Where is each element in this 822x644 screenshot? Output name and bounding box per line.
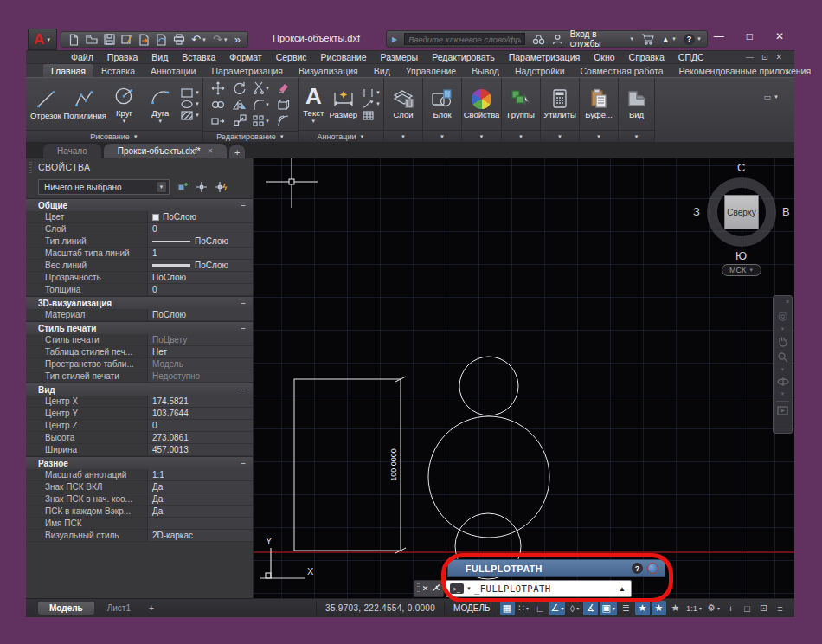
panel-footer-annotation[interactable]: Аннотации▼ bbox=[299, 130, 383, 142]
palette-grip[interactable] bbox=[29, 162, 32, 173]
menu-item[interactable]: Вид bbox=[144, 52, 175, 62]
circle-tool-button[interactable]: Круг ▼ bbox=[107, 85, 142, 124]
command-customize-icon[interactable] bbox=[431, 581, 440, 596]
ribbon-tab[interactable]: Вид bbox=[366, 64, 398, 77]
layout-tab[interactable]: Модель bbox=[38, 602, 94, 615]
customization-button[interactable]: ≡ bbox=[773, 601, 787, 615]
rectangle-tool-button[interactable]: ▼ bbox=[181, 88, 200, 98]
mirror-tool-button[interactable] bbox=[233, 99, 247, 111]
collapse-icon[interactable]: − bbox=[241, 385, 246, 395]
orbit-tool-icon[interactable] bbox=[777, 377, 789, 387]
viewcube-north[interactable]: С bbox=[737, 161, 745, 174]
rotate-tool-button[interactable] bbox=[233, 81, 247, 95]
menu-item[interactable]: Сервис bbox=[269, 52, 314, 62]
doc-restore-icon[interactable]: ⊡ bbox=[761, 53, 768, 61]
minimize-button[interactable]: — bbox=[714, 30, 724, 42]
property-row[interactable]: Пространство табли...Модель bbox=[26, 358, 253, 370]
etransmit-button[interactable] bbox=[156, 34, 167, 46]
view-button[interactable]: Вид bbox=[621, 88, 652, 119]
new-drawing-tab-button[interactable]: + bbox=[229, 145, 245, 158]
ellipse-tool-button[interactable]: ▼ bbox=[181, 100, 200, 109]
ribbon-tab[interactable]: Вывод bbox=[464, 64, 507, 77]
polar-tracking-toggle[interactable]: ∠ bbox=[549, 601, 566, 615]
block-button[interactable]: Блок bbox=[426, 88, 459, 119]
annotation-scale-sync-toggle[interactable]: ★ bbox=[668, 601, 683, 615]
ribbon-tab[interactable]: Визуализация bbox=[291, 64, 366, 77]
panel-footer-modify[interactable]: Редактирование▼ bbox=[203, 131, 298, 142]
pan-tool-icon[interactable] bbox=[777, 336, 788, 347]
close-tab-icon[interactable]: ✕ bbox=[208, 147, 214, 155]
clean-screen-button[interactable]: ⊡ bbox=[756, 601, 771, 615]
toggle-pickadd-button[interactable] bbox=[177, 181, 189, 193]
property-row[interactable]: Имя ПСК bbox=[26, 518, 253, 530]
properties-button[interactable]: Свойства bbox=[464, 89, 500, 119]
help-button[interactable]: ?▼ bbox=[684, 34, 702, 45]
panel-footer-block[interactable]: ▼ bbox=[423, 130, 461, 142]
text-tool-button[interactable]: А Текст ▼ bbox=[301, 85, 326, 124]
ribbon-tab[interactable]: Рекомендованные приложения bbox=[671, 64, 819, 77]
zoom-tool-icon[interactable] bbox=[777, 351, 788, 363]
isolate-objects-button[interactable]: □ bbox=[740, 601, 755, 615]
wcs-menu-button[interactable]: МСК▼ bbox=[722, 264, 761, 276]
collapse-icon[interactable]: − bbox=[241, 324, 246, 333]
property-row[interactable]: Центр X174.5821 bbox=[26, 396, 253, 408]
search-expand-icon[interactable]: ▶ bbox=[392, 35, 397, 43]
signin-button[interactable]: Вход в службы▼ bbox=[570, 29, 634, 48]
property-row[interactable]: Центр Y103.7644 bbox=[26, 408, 253, 420]
viewcube-face-top[interactable]: Сверху bbox=[724, 195, 759, 229]
property-row[interactable]: Толщина0 bbox=[26, 284, 253, 296]
section-header[interactable]: 3D-визуализация− bbox=[26, 296, 253, 309]
coordinates-readout[interactable]: 35.9703, 222.4554, 0.0000 bbox=[316, 602, 445, 615]
command-input-bar[interactable]: >_ ▼ _FULLPLOTPATH ▲ bbox=[446, 580, 632, 597]
property-row[interactable]: Визуальный стиль2D-каркас bbox=[26, 530, 253, 542]
section-header[interactable]: Стиль печати− bbox=[26, 321, 253, 334]
collapse-icon[interactable]: − bbox=[241, 201, 246, 210]
ribbon-tab[interactable]: Надстройки bbox=[507, 64, 573, 77]
ribbon-tab[interactable]: Главная bbox=[43, 64, 93, 77]
navbar-close-icon[interactable]: ✕ bbox=[785, 299, 790, 305]
leader-tool-button[interactable]: ▼ bbox=[363, 100, 381, 109]
command-suggestion-bar[interactable]: FULLPLOTPATH ? bbox=[447, 559, 665, 577]
user-icon[interactable] bbox=[552, 34, 563, 45]
utilities-button[interactable]: Утилиты bbox=[543, 88, 576, 119]
grid-mode-toggle[interactable]: ▦ bbox=[500, 601, 515, 615]
scale-tool-button[interactable] bbox=[234, 114, 247, 127]
hatch-tool-button[interactable]: ▼ bbox=[181, 111, 200, 120]
qat-more-button[interactable]: » bbox=[234, 34, 241, 45]
fillet-tool-button[interactable]: ▼ bbox=[253, 99, 270, 111]
move-tool-button[interactable] bbox=[211, 81, 225, 95]
property-row[interactable]: ЦветПоСлою bbox=[26, 211, 253, 223]
command-close-icon[interactable]: ✕ bbox=[422, 584, 429, 593]
search-input[interactable] bbox=[404, 33, 525, 45]
property-row[interactable]: Тип линийПоСлою bbox=[26, 235, 253, 248]
new-layout-button[interactable]: + bbox=[142, 602, 161, 615]
internet-search-icon[interactable] bbox=[647, 563, 658, 574]
snap-mode-toggle[interactable]: ∷ bbox=[517, 601, 531, 615]
navigation-wheel-icon[interactable]: ◎ bbox=[778, 309, 787, 322]
object-snap-tracking-toggle[interactable]: ∡ bbox=[583, 601, 598, 615]
property-row[interactable]: Знак ПСК ВКЛДа bbox=[26, 481, 253, 493]
app-store-cart-icon[interactable] bbox=[641, 34, 654, 45]
panel-footer-view[interactable]: ▼ bbox=[619, 130, 654, 142]
section-header[interactable]: Разное− bbox=[26, 456, 253, 469]
expand-history-icon[interactable]: ▲ bbox=[619, 585, 626, 593]
chevron-down-icon[interactable]: ▼ bbox=[466, 586, 472, 591]
groups-button[interactable]: Группы bbox=[504, 88, 537, 119]
layout-tab[interactable]: Лист1 bbox=[96, 602, 142, 615]
annotation-visibility-toggle[interactable]: ★ bbox=[635, 601, 650, 615]
object-type-dropdown[interactable]: Ничего не выбрано▼ bbox=[38, 179, 170, 195]
select-objects-button[interactable] bbox=[196, 181, 208, 193]
search-icon[interactable] bbox=[532, 34, 545, 45]
collapse-icon[interactable]: − bbox=[241, 459, 246, 468]
collapse-icon[interactable]: − bbox=[241, 299, 246, 308]
ribbon-tab[interactable]: Совместная работа bbox=[573, 64, 671, 77]
annotation-scale-button[interactable]: 1:1 bbox=[684, 601, 703, 615]
menu-item[interactable]: Размеры bbox=[374, 52, 426, 62]
panel-footer-utilities[interactable]: ▼ bbox=[541, 130, 579, 142]
property-row[interactable]: Таблица стилей печ...Нет bbox=[26, 346, 253, 358]
table-tool-button[interactable] bbox=[363, 111, 381, 120]
menu-item[interactable]: Справка bbox=[622, 52, 671, 62]
property-row[interactable]: ПСК в каждом Вэкр...Да bbox=[26, 506, 253, 518]
menu-item[interactable]: Рисование bbox=[314, 52, 374, 62]
property-row[interactable]: Тип стилей печатиНедоступно bbox=[26, 370, 253, 383]
